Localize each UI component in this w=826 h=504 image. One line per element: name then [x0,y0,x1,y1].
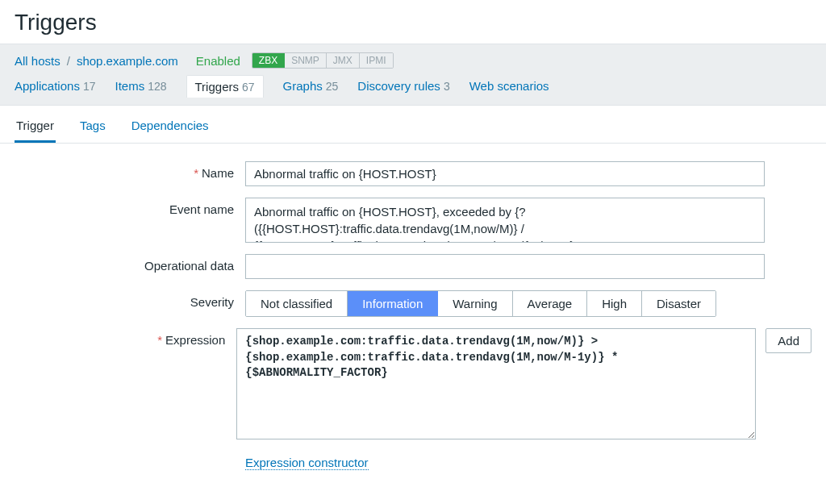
breadcrumb-all-hosts[interactable]: All hosts [15,54,60,68]
add-button[interactable]: Add [766,328,811,353]
connection-types: ZBX SNMP JMX IPMI [252,52,394,69]
nav-label: Discovery rules [357,79,440,93]
event-name-label: Event name [169,202,234,216]
severity-label: Severity [190,295,234,309]
nav-label: Items [115,79,144,93]
nav-count: 17 [83,80,96,93]
form-area: Trigger Tags Dependencies *Name Event na… [0,105,826,489]
severity-high[interactable]: High [587,291,642,316]
host-info-bar: All hosts / shop.example.com Enabled ZBX… [0,44,826,105]
host-nav: Applications 17 Items 128 Triggers 67 Gr… [15,75,811,105]
severity-information[interactable]: Information [348,291,438,316]
page-title: Triggers [0,0,826,44]
event-name-input[interactable] [245,198,765,243]
breadcrumb-host[interactable]: shop.example.com [77,54,178,68]
severity-disaster[interactable]: Disaster [642,291,715,316]
nav-label: Triggers [195,80,239,94]
conn-zbx: ZBX [252,53,285,68]
nav-label: Graphs [283,79,323,93]
nav-graphs[interactable]: Graphs 25 [283,79,339,93]
expression-input[interactable] [236,328,756,439]
nav-label: Applications [15,79,80,93]
severity-average[interactable]: Average [513,291,588,316]
name-label: Name [202,166,234,180]
tab-tags[interactable]: Tags [78,114,107,143]
conn-ipmi: IPMI [360,53,393,68]
severity-warning[interactable]: Warning [438,291,512,316]
nav-count: 25 [326,80,339,93]
tabs: Trigger Tags Dependencies [0,106,826,144]
operational-data-input[interactable] [245,254,765,279]
tab-dependencies[interactable]: Dependencies [130,114,211,143]
operational-data-label: Operational data [144,259,234,273]
nav-triggers[interactable]: Triggers 67 [186,75,264,98]
severity-not-classified[interactable]: Not classified [246,291,348,316]
nav-discovery[interactable]: Discovery rules 3 [357,79,449,93]
expression-label: Expression [165,333,225,347]
breadcrumb-separator: / [67,54,70,68]
host-status: Enabled [196,54,240,68]
nav-applications[interactable]: Applications 17 [15,79,95,93]
conn-jmx: JMX [327,53,360,68]
nav-count: 3 [444,80,450,93]
nav-items[interactable]: Items 128 [115,79,166,93]
nav-count: 67 [242,81,255,94]
conn-snmp: SNMP [285,53,327,68]
nav-web-scenarios[interactable]: Web scenarios [469,79,549,93]
nav-label: Web scenarios [469,79,549,93]
severity-group: Not classified Information Warning Avera… [245,290,716,317]
expression-constructor-link[interactable]: Expression constructor [245,456,369,470]
tab-trigger[interactable]: Trigger [15,114,56,143]
nav-count: 128 [148,80,166,93]
name-input[interactable] [245,161,765,186]
